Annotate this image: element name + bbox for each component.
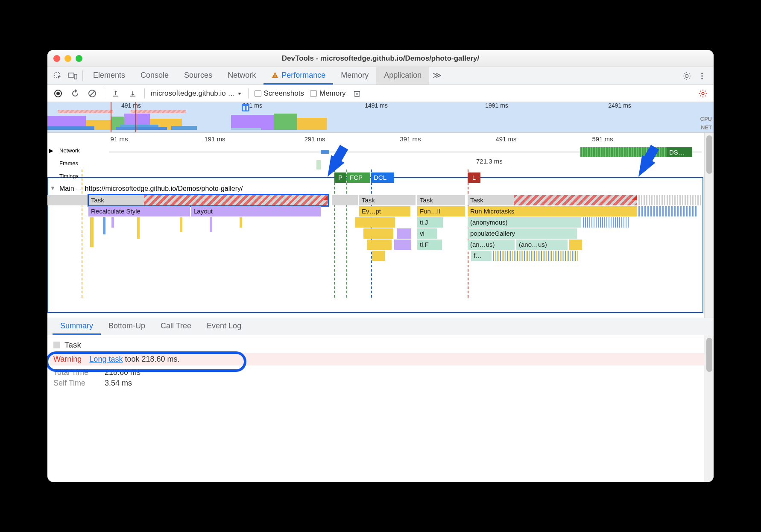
flame-task4[interactable]: Task bbox=[468, 195, 514, 205]
tab-memory[interactable]: Memory bbox=[333, 67, 376, 85]
svg-point-9 bbox=[56, 92, 60, 95]
overview-strip[interactable]: 491 ms 991 ms 1491 ms 1991 ms 2491 ms ❚❚ bbox=[47, 102, 714, 133]
tab-calltree[interactable]: Call Tree bbox=[153, 318, 199, 335]
flame-runmt[interactable]: Run Microtasks bbox=[468, 206, 637, 216]
flame-tif[interactable]: ti.F bbox=[417, 240, 442, 250]
expand-icon[interactable]: ▶ bbox=[49, 147, 53, 154]
svg-rect-13 bbox=[130, 96, 135, 96]
zoom-window-button[interactable] bbox=[76, 55, 82, 62]
capture-settings-icon[interactable] bbox=[697, 88, 708, 99]
flame-task1-long[interactable] bbox=[144, 195, 328, 205]
flame-anon[interactable]: (anonymous) bbox=[468, 217, 581, 228]
flame-gap[interactable] bbox=[332, 195, 358, 205]
timings-track-label: Timings bbox=[59, 173, 79, 179]
dropdown-icon bbox=[237, 91, 242, 96]
devtools-window: DevTools - microsoftedge.github.io/Demos… bbox=[47, 50, 714, 482]
window-title: DevTools - microsoftedge.github.io/Demos… bbox=[47, 54, 714, 63]
svg-line-11 bbox=[90, 91, 95, 96]
task-swatch bbox=[53, 342, 60, 348]
total-time-value: 218.60 ms bbox=[105, 368, 140, 377]
svg-rect-4 bbox=[275, 76, 275, 77]
url-dropdown[interactable]: microsoftedge.github.io … bbox=[151, 89, 242, 98]
collapse-icon[interactable]: ▼ bbox=[50, 185, 56, 191]
svg-rect-1 bbox=[68, 73, 74, 77]
timing-l[interactable]: L bbox=[468, 172, 480, 183]
flame-vi[interactable]: vi bbox=[417, 228, 437, 239]
tab-summary[interactable]: Summary bbox=[53, 318, 101, 335]
svg-rect-14 bbox=[355, 92, 359, 96]
flame-task1[interactable]: Task bbox=[88, 195, 144, 205]
svg-rect-3 bbox=[275, 74, 275, 76]
warning-icon bbox=[271, 71, 279, 79]
pause-marker-icon: ❚❚ bbox=[242, 104, 249, 111]
flame-task2[interactable]: Task bbox=[359, 195, 416, 205]
inspect-icon[interactable] bbox=[51, 67, 65, 85]
overview-selection[interactable] bbox=[111, 102, 136, 132]
flame-layout[interactable]: Layout bbox=[191, 206, 321, 216]
flame-funll[interactable]: Fun…ll bbox=[417, 206, 465, 216]
record-button[interactable] bbox=[53, 88, 64, 99]
warning-row: Warning Long task took 218.60 ms. bbox=[50, 353, 712, 365]
tab-network[interactable]: Network bbox=[220, 67, 263, 85]
tab-eventlog[interactable]: Event Log bbox=[199, 318, 249, 335]
flame-popg[interactable]: populateGallery bbox=[468, 228, 577, 239]
warning-label: Warning bbox=[53, 355, 82, 364]
flame-anus2[interactable]: (ano…us) bbox=[516, 240, 568, 250]
timing-dcl[interactable]: DCL bbox=[371, 172, 394, 183]
overview-labels: CPU NET bbox=[700, 115, 712, 132]
svg-rect-15 bbox=[354, 91, 360, 92]
download-icon[interactable] bbox=[127, 88, 138, 99]
garbage-collect-icon[interactable] bbox=[351, 88, 363, 99]
flame-chart[interactable]: 91 ms 191 ms 291 ms 391 ms 491 ms 591 ms… bbox=[47, 133, 714, 318]
kebab-icon[interactable] bbox=[695, 72, 709, 80]
flame-task3[interactable]: Task bbox=[417, 195, 465, 205]
memory-checkbox[interactable]: Memory bbox=[310, 89, 345, 98]
clear-button[interactable] bbox=[87, 88, 98, 99]
frames-track-label: Frames bbox=[59, 160, 78, 167]
svg-point-6 bbox=[701, 75, 703, 77]
svg-point-5 bbox=[701, 73, 703, 74]
overview-graph bbox=[47, 110, 697, 130]
flame-anus1[interactable]: (an…us) bbox=[468, 240, 515, 250]
svg-rect-2 bbox=[74, 74, 77, 79]
network-item[interactable]: DS… bbox=[667, 147, 692, 157]
flame-evpt[interactable]: Ev…pt bbox=[359, 206, 410, 216]
panel-tabs: Elements Console Sources Network Perform… bbox=[47, 67, 714, 85]
screenshots-checkbox[interactable]: Screenshots bbox=[255, 89, 304, 98]
flame-recalc[interactable]: Recalculate Style bbox=[88, 206, 190, 216]
flame-task4-long[interactable] bbox=[514, 195, 637, 205]
self-time-value: 3.54 ms bbox=[105, 379, 132, 388]
titlebar: DevTools - microsoftedge.github.io/Demos… bbox=[47, 50, 714, 67]
flame-f[interactable]: f… bbox=[471, 251, 492, 261]
summary-panel: Task Warning Long task took 218.60 ms. T… bbox=[47, 335, 714, 482]
reload-record-button[interactable] bbox=[70, 88, 81, 99]
tab-application[interactable]: Application bbox=[376, 67, 429, 85]
overview-ruler: 491 ms 991 ms 1491 ms 1991 ms 2491 ms bbox=[47, 102, 697, 111]
long-task-link[interactable]: Long task bbox=[89, 355, 123, 363]
flame-task-pre[interactable] bbox=[47, 195, 88, 205]
minimize-window-button[interactable] bbox=[64, 55, 71, 62]
settings-icon[interactable] bbox=[679, 71, 694, 81]
flame-tij[interactable]: ti.J bbox=[417, 217, 443, 228]
svg-rect-12 bbox=[113, 96, 118, 96]
summary-title: Task bbox=[64, 340, 81, 350]
svg-point-18 bbox=[702, 92, 704, 95]
tab-performance[interactable]: Performance bbox=[263, 67, 333, 85]
device-icon[interactable] bbox=[65, 67, 80, 85]
upload-icon[interactable] bbox=[110, 88, 121, 99]
tab-console[interactable]: Console bbox=[133, 67, 176, 85]
tab-elements[interactable]: Elements bbox=[85, 67, 133, 85]
tab-bottomup[interactable]: Bottom-Up bbox=[101, 318, 153, 335]
vline-time-label: 721.3 ms bbox=[476, 158, 503, 165]
network-track-label: Network bbox=[59, 147, 80, 154]
timing-fcp[interactable]: FCP bbox=[347, 172, 370, 183]
close-window-button[interactable] bbox=[53, 55, 60, 62]
tab-sources[interactable]: Sources bbox=[176, 67, 220, 85]
svg-point-7 bbox=[701, 78, 703, 79]
more-tabs-button[interactable]: ≫ bbox=[429, 67, 445, 85]
detail-tabs: Summary Bottom-Up Call Tree Event Log bbox=[47, 318, 714, 335]
summary-scrollbar[interactable] bbox=[704, 335, 714, 482]
main-track-label: Main — https://microsoftedge.github.io/D… bbox=[59, 185, 243, 193]
perf-toolbar: microsoftedge.github.io … Screenshots Me… bbox=[47, 85, 714, 102]
timeline-ruler: 91 ms 191 ms 291 ms 391 ms 491 ms 591 ms bbox=[47, 133, 714, 146]
